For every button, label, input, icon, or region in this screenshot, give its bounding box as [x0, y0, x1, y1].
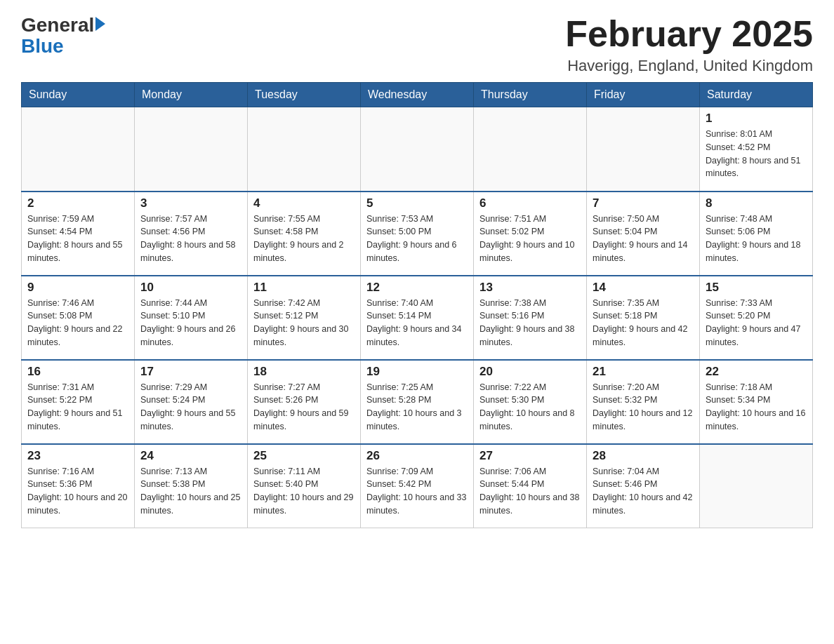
- calendar-cell: 7Sunrise: 7:50 AMSunset: 5:04 PMDaylight…: [587, 192, 700, 276]
- day-number: 28: [593, 449, 694, 463]
- day-number: 15: [706, 281, 807, 295]
- day-info: Sunrise: 7:53 AMSunset: 5:00 PMDaylight:…: [366, 213, 468, 265]
- day-header-monday: Monday: [135, 83, 248, 107]
- day-number: 11: [253, 281, 355, 295]
- day-info: Sunrise: 7:51 AMSunset: 5:02 PMDaylight:…: [479, 213, 581, 265]
- calendar-table: SundayMondayTuesdayWednesdayThursdayFrid…: [21, 82, 813, 528]
- day-number: 13: [479, 281, 581, 295]
- calendar-cell: 28Sunrise: 7:04 AMSunset: 5:46 PMDayligh…: [587, 444, 700, 528]
- calendar-cell: [474, 107, 587, 192]
- day-header-wednesday: Wednesday: [361, 83, 474, 107]
- day-number: 26: [366, 449, 468, 463]
- calendar-week-2: 2Sunrise: 7:59 AMSunset: 4:54 PMDaylight…: [22, 192, 813, 276]
- day-info: Sunrise: 7:11 AMSunset: 5:40 PMDaylight:…: [253, 465, 355, 518]
- logo-general: General: [21, 14, 94, 36]
- calendar-cell: 17Sunrise: 7:29 AMSunset: 5:24 PMDayligh…: [135, 360, 248, 444]
- day-info: Sunrise: 7:40 AMSunset: 5:14 PMDaylight:…: [366, 297, 468, 349]
- day-info: Sunrise: 7:29 AMSunset: 5:24 PMDaylight:…: [140, 381, 241, 434]
- day-info: Sunrise: 7:16 AMSunset: 5:36 PMDaylight:…: [27, 465, 128, 518]
- calendar-cell: 10Sunrise: 7:44 AMSunset: 5:10 PMDayligh…: [135, 276, 248, 360]
- day-number: 22: [706, 365, 807, 379]
- day-info: Sunrise: 7:25 AMSunset: 5:28 PMDaylight:…: [366, 381, 468, 434]
- calendar-cell: 6Sunrise: 7:51 AMSunset: 5:02 PMDaylight…: [474, 192, 587, 276]
- calendar-week-5: 23Sunrise: 7:16 AMSunset: 5:36 PMDayligh…: [22, 444, 813, 528]
- calendar-cell: 20Sunrise: 7:22 AMSunset: 5:30 PMDayligh…: [474, 360, 587, 444]
- day-info: Sunrise: 7:06 AMSunset: 5:44 PMDaylight:…: [479, 465, 581, 518]
- day-info: Sunrise: 7:46 AMSunset: 5:08 PMDaylight:…: [27, 297, 128, 349]
- calendar-cell: 26Sunrise: 7:09 AMSunset: 5:42 PMDayligh…: [361, 444, 474, 528]
- day-number: 17: [140, 365, 241, 379]
- calendar-cell: [361, 107, 474, 192]
- day-number: 8: [706, 196, 807, 210]
- calendar-cell: 2Sunrise: 7:59 AMSunset: 4:54 PMDaylight…: [22, 192, 135, 276]
- day-header-tuesday: Tuesday: [248, 83, 361, 107]
- calendar-cell: 23Sunrise: 7:16 AMSunset: 5:36 PMDayligh…: [22, 444, 135, 528]
- day-number: 12: [366, 281, 468, 295]
- title-section: February 2025 Haverigg, England, United …: [565, 14, 813, 75]
- day-info: Sunrise: 7:55 AMSunset: 4:58 PMDaylight:…: [253, 213, 355, 265]
- day-number: 14: [593, 281, 694, 295]
- day-header-saturday: Saturday: [700, 83, 813, 107]
- logo-blue: Blue: [21, 36, 64, 56]
- day-info: Sunrise: 7:13 AMSunset: 5:38 PMDaylight:…: [140, 465, 241, 518]
- day-info: Sunrise: 7:04 AMSunset: 5:46 PMDaylight:…: [593, 465, 694, 518]
- day-info: Sunrise: 7:57 AMSunset: 4:56 PMDaylight:…: [140, 213, 241, 265]
- day-number: 19: [366, 365, 468, 379]
- day-number: 1: [706, 112, 807, 126]
- day-info: Sunrise: 7:20 AMSunset: 5:32 PMDaylight:…: [593, 381, 694, 434]
- calendar-cell: 27Sunrise: 7:06 AMSunset: 5:44 PMDayligh…: [474, 444, 587, 528]
- day-number: 4: [253, 196, 355, 210]
- calendar-cell: 11Sunrise: 7:42 AMSunset: 5:12 PMDayligh…: [248, 276, 361, 360]
- calendar-cell: 13Sunrise: 7:38 AMSunset: 5:16 PMDayligh…: [474, 276, 587, 360]
- days-of-week-row: SundayMondayTuesdayWednesdayThursdayFrid…: [22, 83, 813, 107]
- calendar-week-4: 16Sunrise: 7:31 AMSunset: 5:22 PMDayligh…: [22, 360, 813, 444]
- day-number: 24: [140, 449, 241, 463]
- day-info: Sunrise: 7:38 AMSunset: 5:16 PMDaylight:…: [479, 297, 581, 349]
- logo-arrow-icon: [95, 17, 105, 31]
- day-header-sunday: Sunday: [22, 83, 135, 107]
- day-number: 20: [479, 365, 581, 379]
- calendar-cell: 25Sunrise: 7:11 AMSunset: 5:40 PMDayligh…: [248, 444, 361, 528]
- day-number: 5: [366, 196, 468, 210]
- day-number: 3: [140, 196, 241, 210]
- calendar-cell: [248, 107, 361, 192]
- day-number: 23: [27, 449, 128, 463]
- day-number: 9: [27, 281, 128, 295]
- calendar-cell: 14Sunrise: 7:35 AMSunset: 5:18 PMDayligh…: [587, 276, 700, 360]
- day-number: 10: [140, 281, 241, 295]
- day-number: 7: [593, 196, 694, 210]
- logo: General Blue: [21, 14, 105, 56]
- calendar-cell: 1Sunrise: 8:01 AMSunset: 4:52 PMDaylight…: [700, 107, 813, 192]
- calendar-week-3: 9Sunrise: 7:46 AMSunset: 5:08 PMDaylight…: [22, 276, 813, 360]
- day-number: 27: [479, 449, 581, 463]
- day-number: 25: [253, 449, 355, 463]
- calendar-cell: 24Sunrise: 7:13 AMSunset: 5:38 PMDayligh…: [135, 444, 248, 528]
- day-info: Sunrise: 7:44 AMSunset: 5:10 PMDaylight:…: [140, 297, 241, 349]
- calendar-cell: 12Sunrise: 7:40 AMSunset: 5:14 PMDayligh…: [361, 276, 474, 360]
- calendar-cell: 9Sunrise: 7:46 AMSunset: 5:08 PMDaylight…: [22, 276, 135, 360]
- calendar-cell: 15Sunrise: 7:33 AMSunset: 5:20 PMDayligh…: [700, 276, 813, 360]
- day-number: 2: [27, 196, 128, 210]
- month-title: February 2025: [565, 14, 813, 54]
- day-number: 21: [593, 365, 694, 379]
- day-info: Sunrise: 7:22 AMSunset: 5:30 PMDaylight:…: [479, 381, 581, 434]
- location-title: Haverigg, England, United Kingdom: [565, 57, 813, 75]
- calendar-cell: 18Sunrise: 7:27 AMSunset: 5:26 PMDayligh…: [248, 360, 361, 444]
- calendar-cell: [587, 107, 700, 192]
- day-info: Sunrise: 8:01 AMSunset: 4:52 PMDaylight:…: [706, 128, 807, 180]
- day-header-thursday: Thursday: [474, 83, 587, 107]
- calendar-cell: 8Sunrise: 7:48 AMSunset: 5:06 PMDaylight…: [700, 192, 813, 276]
- calendar-cell: 3Sunrise: 7:57 AMSunset: 4:56 PMDaylight…: [135, 192, 248, 276]
- calendar-cell: 5Sunrise: 7:53 AMSunset: 5:00 PMDaylight…: [361, 192, 474, 276]
- day-info: Sunrise: 7:33 AMSunset: 5:20 PMDaylight:…: [706, 297, 807, 349]
- calendar-cell: 16Sunrise: 7:31 AMSunset: 5:22 PMDayligh…: [22, 360, 135, 444]
- day-info: Sunrise: 7:27 AMSunset: 5:26 PMDaylight:…: [253, 381, 355, 434]
- day-info: Sunrise: 7:09 AMSunset: 5:42 PMDaylight:…: [366, 465, 468, 518]
- day-header-friday: Friday: [587, 83, 700, 107]
- day-info: Sunrise: 7:48 AMSunset: 5:06 PMDaylight:…: [706, 213, 807, 265]
- calendar-body: 1Sunrise: 8:01 AMSunset: 4:52 PMDaylight…: [22, 107, 813, 528]
- calendar-cell: 19Sunrise: 7:25 AMSunset: 5:28 PMDayligh…: [361, 360, 474, 444]
- calendar-cell: [700, 444, 813, 528]
- calendar-cell: 22Sunrise: 7:18 AMSunset: 5:34 PMDayligh…: [700, 360, 813, 444]
- day-info: Sunrise: 7:42 AMSunset: 5:12 PMDaylight:…: [253, 297, 355, 349]
